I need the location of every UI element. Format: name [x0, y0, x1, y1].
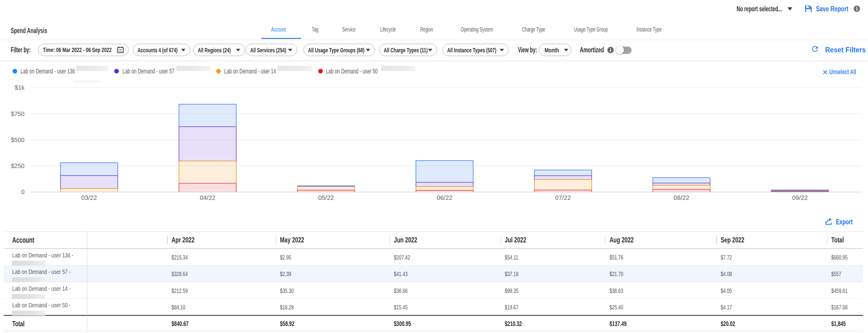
svg-text:04/22: 04/22: [200, 194, 215, 201]
svg-text:0: 0: [21, 189, 25, 195]
svg-text:$500: $500: [11, 136, 25, 143]
svg-text:03/22: 03/22: [81, 194, 97, 201]
svg-text:07/22: 07/22: [555, 194, 571, 201]
svg-text:06/22: 06/22: [437, 194, 453, 201]
svg-text:08/22: 08/22: [674, 194, 689, 201]
svg-text:$250: $250: [11, 163, 25, 169]
svg-text:05/22: 05/22: [318, 194, 334, 201]
svg-text:$1k: $1k: [15, 84, 25, 91]
svg-text:09/22: 09/22: [792, 194, 808, 201]
svg-text:$750: $750: [11, 110, 25, 117]
